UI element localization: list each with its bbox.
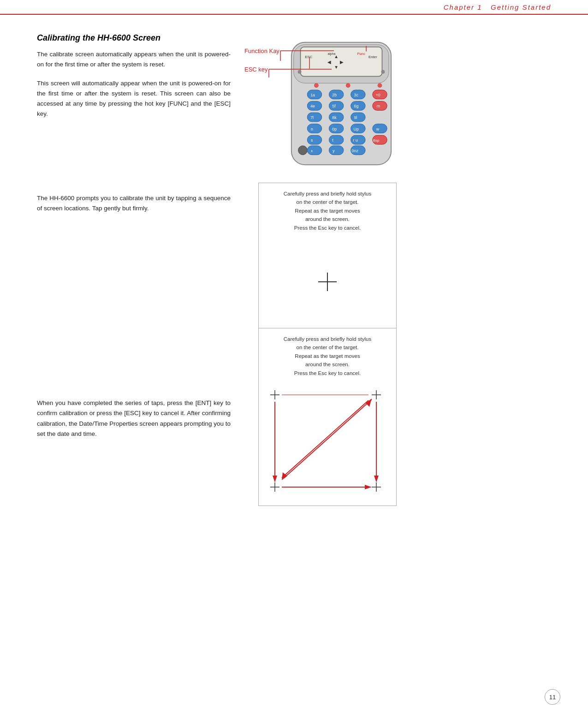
svg-text:1a: 1a — [310, 93, 315, 97]
svg-marker-87 — [366, 399, 372, 407]
svg-text:y: y — [333, 149, 335, 153]
cal-instructions-1: Carefully press and briefly hold stylus … — [259, 183, 396, 236]
paragraph-2: This screen will automatically appear wh… — [37, 78, 231, 119]
svg-text:m: m — [377, 104, 380, 108]
function-key-arrow — [279, 46, 335, 55]
calibration-screen-1: Carefully press and briefly hold stylus … — [258, 183, 397, 328]
esc-key-label: ESC key — [244, 66, 268, 73]
left-column: Calibrating the HH-6600 Screen The calib… — [37, 33, 231, 506]
svg-rect-30 — [329, 101, 343, 111]
svg-text:3c: 3c — [354, 93, 359, 97]
chapter-number: Chapter 1 — [444, 3, 482, 11]
arrow-diagram-container — [259, 381, 396, 506]
svg-point-18 — [346, 83, 350, 88]
cal-text-2-2: on the center of the target. — [297, 345, 359, 350]
svg-text:0nz: 0nz — [352, 149, 359, 153]
cal-text-2-5: Press the Esc key to cancel. — [294, 370, 361, 376]
svg-point-16 — [381, 70, 385, 74]
page-header: Chapter 1 Getting Started — [0, 0, 588, 15]
chapter-title: Chapter 1 Getting Started — [444, 3, 551, 11]
paragraph-4: When you have completed the series of ta… — [37, 398, 231, 439]
svg-text:▼: ▼ — [334, 65, 339, 70]
svg-text:Bsp: Bsp — [373, 138, 380, 143]
svg-point-19 — [378, 83, 382, 88]
paragraph-1: The calibrate screen automatically appea… — [37, 49, 231, 70]
svg-text:9l: 9l — [354, 115, 357, 120]
cal-text-2-3: Repeat as the target moves — [295, 353, 360, 359]
cal-text-1-5: Press the Esc key to cancel. — [294, 225, 361, 231]
svg-marker-78 — [273, 476, 277, 482]
cal-text-1-4: around the screen. — [305, 216, 350, 222]
svg-text:6g: 6g — [354, 104, 359, 108]
paragraph-3: The HH-6600 prompts you to calibrate the… — [37, 193, 231, 214]
svg-rect-59 — [307, 146, 321, 155]
svg-marker-82 — [374, 476, 379, 482]
svg-text:Enter: Enter — [368, 55, 377, 59]
device-section: Function Kay ESC key — [244, 38, 410, 181]
svg-text:n: n — [311, 127, 313, 131]
esc-key-arrow — [268, 65, 333, 74]
cal-crosshair — [259, 236, 396, 328]
svg-text:5f: 5f — [332, 104, 336, 108]
cal-text-1-1: Carefully press and briefly hold stylus — [284, 191, 371, 196]
function-key-annotation: Function Kay — [244, 46, 335, 55]
calibration-screen-2: Carefully press and briefly hold stylus … — [258, 328, 397, 506]
svg-rect-40 — [351, 113, 365, 122]
section-title: Calibrating the HH-6600 Screen — [37, 33, 231, 43]
cal-text-2-4: around the screen. — [305, 362, 350, 367]
svg-line-86 — [282, 400, 368, 478]
svg-rect-50 — [307, 135, 321, 144]
svg-text:s: s — [311, 138, 313, 143]
svg-text:r u: r u — [353, 138, 358, 143]
chapter-subtitle: Getting Started — [491, 3, 551, 11]
page-number: 11 — [545, 689, 560, 705]
cal-text-1-3: Repeat as the target moves — [295, 208, 360, 214]
svg-text:▶: ▶ — [340, 60, 344, 65]
svg-rect-52 — [329, 135, 343, 144]
svg-line-84 — [284, 399, 372, 478]
function-key-label: Function Kay — [244, 48, 279, 54]
crosshair-icon — [316, 270, 339, 293]
cal-instructions-2: Carefully press and briefly hold stylus … — [259, 328, 396, 381]
svg-point-58 — [298, 146, 308, 155]
svg-point-17 — [314, 83, 319, 88]
svg-rect-36 — [307, 113, 321, 122]
cal-text-2-1: Carefully press and briefly hold stylus — [284, 336, 371, 342]
svg-marker-80 — [365, 485, 372, 489]
esc-key-annotation: ESC key — [244, 65, 333, 74]
calibration-arrows-svg — [263, 386, 388, 501]
svg-text:Func: Func — [357, 52, 365, 56]
device-image: ESC alpha ▲ ◀ ▶ ▼ Func Enter — [272, 38, 410, 172]
svg-rect-42 — [307, 124, 321, 133]
svg-text:Up: Up — [354, 127, 359, 131]
right-column: Function Kay ESC key — [244, 33, 410, 506]
svg-text:◀: ◀ — [328, 60, 332, 65]
svg-rect-61 — [329, 146, 343, 155]
main-content: Calibrating the HH-6600 Screen The calib… — [0, 15, 588, 524]
svg-text:7l: 7l — [310, 115, 314, 120]
cal-text-1-2: on the center of the target. — [297, 199, 359, 205]
svg-text:0p: 0p — [332, 127, 337, 131]
svg-text:4e: 4e — [310, 104, 315, 108]
svg-text:ESC: ESC — [305, 55, 312, 59]
svg-text:w: w — [376, 127, 380, 131]
svg-text:2b: 2b — [332, 93, 337, 97]
svg-text:8k: 8k — [332, 115, 337, 120]
svg-rect-48 — [373, 124, 387, 133]
svg-text:+0: +0 — [376, 93, 380, 97]
svg-text:x: x — [311, 149, 313, 153]
